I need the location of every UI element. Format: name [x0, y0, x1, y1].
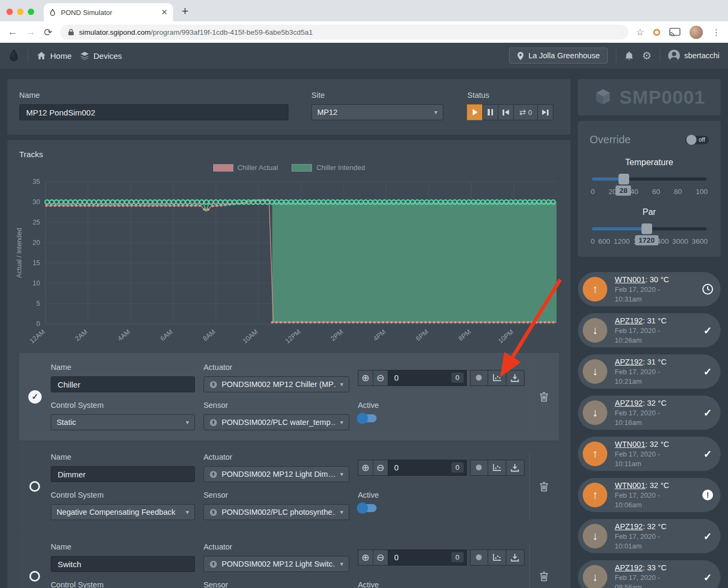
track-name-input[interactable]: Dimmer: [51, 466, 195, 482]
track-select-radio[interactable]: ✓: [19, 363, 51, 430]
user-menu[interactable]: sbertacchi: [668, 50, 719, 61]
new-tab-button[interactable]: +: [182, 5, 189, 17]
event-device-link[interactable]: APZ192: [615, 563, 643, 572]
track-select-radio[interactable]: [19, 453, 51, 520]
reload-icon[interactable]: ⟳: [44, 26, 52, 38]
record-button[interactable]: [470, 370, 488, 386]
browser-menu-icon[interactable]: ⋮: [712, 27, 721, 37]
decrement-button[interactable]: ⊖: [373, 550, 388, 566]
download-button[interactable]: [506, 370, 525, 386]
decrement-button[interactable]: ⊖: [373, 460, 388, 476]
value-input[interactable]: 0 0: [388, 370, 467, 386]
legend-item[interactable]: Chiller Actual: [213, 164, 278, 172]
event-item[interactable]: ↓ APZ192: 31 °C Feb 17, 2020 - 10:26am ✓: [578, 313, 721, 347]
scatter-chart-button[interactable]: [488, 370, 506, 386]
program-name-input[interactable]: MP12 PondSim002: [19, 104, 288, 120]
control-system-select[interactable]: Static ▾: [51, 414, 195, 430]
increment-button[interactable]: ⊕: [358, 460, 373, 476]
delete-track-button[interactable]: [539, 392, 549, 402]
minimize-window-button[interactable]: [17, 9, 24, 15]
pause-button[interactable]: [482, 104, 498, 120]
sensor-select[interactable]: PONDSIM002/PLC water_temp… ▾: [203, 414, 349, 430]
bookmark-star-icon[interactable]: ☆: [636, 27, 644, 38]
site-select[interactable]: MP12 ▾: [311, 104, 443, 120]
svg-text:20: 20: [33, 239, 40, 246]
site-selector-button[interactable]: La Jolla Greenhouse: [509, 48, 608, 64]
actuator-select[interactable]: PONDSIM002 MP12 Light Dim… ▾: [203, 466, 349, 482]
active-toggle[interactable]: [358, 504, 377, 512]
browser-profile-avatar[interactable]: [690, 26, 703, 39]
record-button[interactable]: [470, 550, 488, 566]
trash-icon: [539, 482, 549, 492]
scatter-chart-button[interactable]: [488, 550, 506, 566]
track-select-radio[interactable]: [19, 543, 51, 588]
chevron-down-icon: ▾: [340, 508, 343, 516]
legend-item[interactable]: Chiller Intended: [292, 164, 365, 172]
event-device-link[interactable]: APZ192: [615, 399, 643, 407]
download-icon: [511, 553, 519, 562]
event-item[interactable]: ↓ APZ192: 31 °C Feb 17, 2020 - 10:21am ✓: [578, 354, 721, 389]
event-direction-avatar: ↓: [583, 400, 607, 425]
skip-to-end-button[interactable]: [537, 104, 553, 120]
event-item[interactable]: ↑ WTN001: 32 °C Feb 17, 2020 - 10:11am ✓: [578, 437, 721, 471]
event-item[interactable]: ↑ WTN001: 30 °C Feb 17, 2020 - 10:31am: [578, 272, 721, 306]
record-button[interactable]: [470, 460, 488, 476]
event-device-link[interactable]: WTN001: [615, 440, 645, 448]
actuator-select[interactable]: PONDSIM002 MP12 Light Switc… ▾: [203, 556, 349, 572]
active-toggle[interactable]: [358, 414, 377, 422]
delete-track-button[interactable]: [539, 571, 549, 582]
track-name-input[interactable]: Chiller: [51, 376, 195, 392]
event-item[interactable]: ↑ WTN001: 32 °C Feb 17, 2020 - 10:06am !: [578, 478, 721, 512]
delete-track-button[interactable]: [539, 482, 549, 492]
sensor-select[interactable]: PONDSIM002/PLC photosynthe… ▾: [203, 504, 349, 520]
slider-control[interactable]: [592, 223, 707, 235]
tab-close-icon[interactable]: ✕: [161, 7, 168, 17]
download-button[interactable]: [506, 460, 525, 476]
close-window-button[interactable]: [6, 9, 13, 15]
play-button[interactable]: [467, 104, 483, 120]
control-system-select[interactable]: Negative Compensating Feedback ▾: [51, 504, 195, 520]
track-sensor-label: Sensor: [203, 581, 349, 588]
value-input[interactable]: 0 0: [388, 550, 467, 566]
decrement-button[interactable]: ⊖: [373, 370, 388, 386]
event-item[interactable]: ↓ APZ192: 33 °C Feb 17, 2020 - 09:56am ✓: [578, 560, 721, 588]
browser-tab[interactable]: POND Simulator ✕: [44, 3, 173, 21]
event-device-link[interactable]: WTN001: [615, 481, 645, 490]
extension-icon[interactable]: [653, 29, 660, 36]
increment-button[interactable]: ⊕: [358, 370, 373, 386]
slider-handle[interactable]: [619, 174, 629, 184]
zoom-window-button[interactable]: [28, 9, 34, 15]
skip-to-start-button[interactable]: [498, 104, 514, 120]
event-device-link[interactable]: APZ192: [615, 522, 643, 531]
nav-item-devices[interactable]: Devices: [80, 51, 122, 60]
value-input[interactable]: 0 0: [388, 460, 467, 476]
event-item[interactable]: ↓ APZ192: 32 °C Feb 17, 2020 - 10:16am ✓: [578, 396, 721, 430]
download-button[interactable]: [506, 550, 525, 566]
nav-item-home[interactable]: Home: [37, 51, 72, 60]
window-controls[interactable]: [0, 9, 42, 21]
slider-handle[interactable]: [641, 223, 652, 234]
settings-gear-icon[interactable]: ⚙: [642, 49, 652, 62]
app-logo-droplet-icon[interactable]: [9, 49, 19, 63]
event-status-icon: ✓: [695, 366, 721, 378]
override-toggle[interactable]: off: [685, 136, 709, 144]
back-icon[interactable]: ←: [7, 26, 18, 38]
forward-icon[interactable]: →: [26, 26, 36, 38]
address-bar[interactable]: simulator.sgipond.com/program/993af19f-1…: [60, 25, 628, 40]
track-actuator-label: Actuator: [203, 363, 349, 372]
increment-button[interactable]: ⊕: [358, 550, 373, 566]
tracks-chart[interactable]: 0510152025303512AM2AM4AM6AM8AM10AM12PM2P…: [7, 172, 570, 351]
slider-control[interactable]: [592, 173, 707, 185]
actuator-select[interactable]: PONDSIM002 MP12 Chiller (MP… ▾: [203, 376, 349, 392]
track-name-input[interactable]: Switch: [51, 556, 195, 572]
event-device-link[interactable]: WTN001: [615, 275, 645, 284]
scatter-chart-button[interactable]: [488, 460, 506, 476]
event-device-link[interactable]: APZ192: [615, 316, 643, 325]
slider-label: Par: [590, 207, 709, 217]
event-device-link[interactable]: APZ192: [615, 358, 643, 366]
event-item[interactable]: ↓ APZ192: 32 °C Feb 17, 2020 - 10:01am ✓: [578, 519, 721, 553]
loop-button[interactable]: ⇄0: [513, 104, 538, 120]
device-id: SMP0001: [620, 87, 706, 108]
notifications-bell-icon[interactable]: [624, 51, 634, 61]
cast-icon[interactable]: [669, 28, 680, 37]
